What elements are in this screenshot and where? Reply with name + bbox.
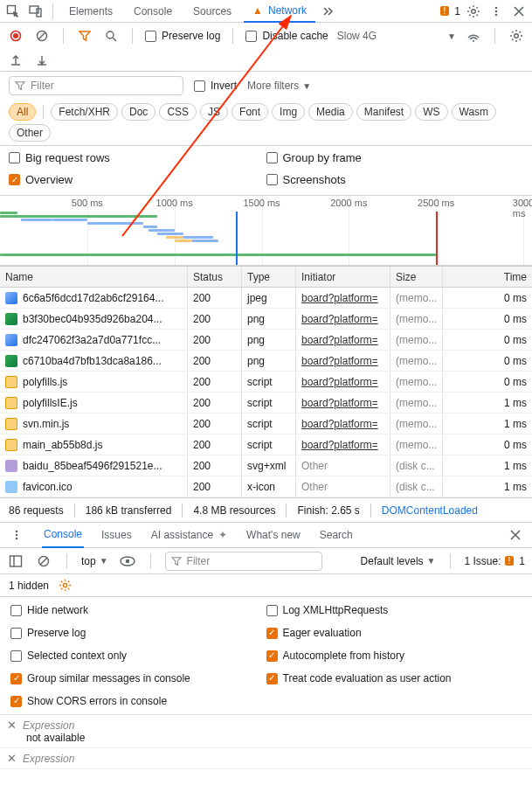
kebab-menu-icon[interactable]: [487, 2, 506, 21]
chip-css[interactable]: CSS: [159, 103, 197, 121]
execution-context-select[interactable]: top ▼: [81, 555, 108, 567]
col-name[interactable]: Name: [0, 267, 188, 287]
opt-treat-user[interactable]: Treat code evaluation as user action: [266, 672, 522, 684]
console-issues-link[interactable]: 1 Issue: ! 1: [465, 555, 526, 567]
group-by-frame-checkbox[interactable]: Group by frame: [266, 151, 524, 164]
opt-group-similar[interactable]: Group similar messages in console: [10, 672, 266, 684]
chip-ws[interactable]: WS: [415, 103, 447, 121]
preserve-log-checkbox[interactable]: Preserve log: [145, 30, 220, 42]
table-row[interactable]: b3f30bec04b935d926ba204...200pngboard?pl…: [0, 309, 532, 330]
tab-elements[interactable]: Elements: [60, 0, 121, 23]
big-request-rows-checkbox[interactable]: Big request rows: [9, 151, 266, 164]
invert-checkbox[interactable]: Invert: [194, 80, 237, 92]
cell-initiator[interactable]: board?platform=: [296, 434, 390, 455]
network-settings-icon[interactable]: [508, 27, 525, 45]
filter-toggle-icon[interactable]: [76, 27, 93, 45]
cell-initiator[interactable]: Other: [296, 455, 390, 476]
live-expression[interactable]: ✕Expressionnot available: [0, 715, 532, 748]
chip-img[interactable]: Img: [272, 103, 305, 121]
settings-icon[interactable]: [464, 2, 483, 21]
console-clear-icon[interactable]: [35, 552, 52, 570]
more-tabs-icon[interactable]: [319, 2, 338, 21]
table-row[interactable]: c6710ba4d7bfb13dca8a186...200pngboard?pl…: [0, 351, 532, 372]
cell-initiator[interactable]: board?platform=: [296, 330, 390, 350]
opt-selected-ctx[interactable]: Selected context only: [10, 650, 266, 662]
more-filters-dropdown[interactable]: More filters ▼: [247, 80, 311, 92]
table-row[interactable]: polyfillsIE.js200scriptboard?platform=(m…: [0, 392, 532, 413]
drawer-tab-console[interactable]: Console: [42, 522, 84, 548]
opt-show-cors[interactable]: Show CORS errors in console: [10, 695, 266, 707]
drawer-tab-search[interactable]: Search: [318, 522, 355, 548]
opt-log-xhr[interactable]: Log XMLHttpRequests: [266, 604, 522, 616]
col-type[interactable]: Type: [242, 267, 296, 287]
drawer-close-icon[interactable]: [506, 525, 525, 545]
drawer-tab-ai[interactable]: AI assistance✦: [149, 522, 229, 548]
cell-initiator[interactable]: board?platform=: [296, 309, 390, 329]
overview-checkbox[interactable]: Overview: [9, 173, 266, 186]
table-row[interactable]: polyfills.js200scriptboard?platform=(mem…: [0, 372, 532, 392]
import-har-icon[interactable]: [33, 52, 51, 69]
cell-initiator[interactable]: Other: [296, 476, 390, 497]
console-filter-input[interactable]: Filter: [165, 552, 322, 571]
table-row[interactable]: main_ab55b8d.js200scriptboard?platform=(…: [0, 434, 532, 455]
cell-initiator[interactable]: board?platform=: [296, 351, 390, 371]
opt-autocomplete[interactable]: Autocomplete from history: [266, 650, 522, 662]
tab-sources[interactable]: Sources: [184, 0, 240, 23]
chip-wasm[interactable]: Wasm: [452, 103, 497, 121]
opt-hide-network[interactable]: Hide network: [10, 604, 266, 616]
cell-initiator[interactable]: board?platform=: [296, 392, 390, 413]
table-row[interactable]: baidu_85beaf5496f291521e...200svg+xmlOth…: [0, 455, 532, 476]
table-header-row[interactable]: Name Status Type Initiator Size Time: [0, 267, 532, 288]
inspect-element-icon[interactable]: [3, 2, 23, 21]
live-expression-icon[interactable]: [119, 552, 136, 570]
console-settings-icon[interactable]: [56, 577, 73, 594]
log-levels-select[interactable]: Default levels ▼: [361, 555, 436, 567]
close-icon[interactable]: ✕: [5, 752, 17, 765]
col-size[interactable]: Size: [390, 267, 443, 287]
table-row[interactable]: 6c6a5f6dcd17d2ab6cf29164...200jpegboard?…: [0, 288, 532, 309]
issues-indicator[interactable]: ! 1: [440, 5, 460, 17]
opt-preserve-log[interactable]: Preserve log: [10, 627, 266, 639]
col-status[interactable]: Status: [188, 267, 242, 287]
cell-name: dfc247062f3a2a7d0a771fcc...: [23, 334, 161, 346]
search-icon[interactable]: [102, 27, 120, 45]
table-row[interactable]: svn.min.js200scriptboard?platform=(memo.…: [0, 413, 532, 434]
table-row[interactable]: favicon.ico200x-iconOther(disk c...1 ms: [0, 476, 532, 497]
console-sidebar-toggle-icon[interactable]: [7, 552, 24, 570]
chip-js[interactable]: JS: [200, 103, 228, 121]
cell-initiator[interactable]: board?platform=: [296, 413, 390, 434]
export-har-icon[interactable]: [7, 52, 24, 69]
overview-timeline[interactable]: 500 ms1000 ms1500 ms2000 ms2500 ms3000 m…: [0, 196, 532, 266]
chip-font[interactable]: Font: [231, 103, 268, 121]
tab-network[interactable]: ▲ Network: [244, 0, 315, 23]
table-row[interactable]: dfc247062f3a2a7d0a771fcc...200pngboard?p…: [0, 330, 532, 351]
chip-all[interactable]: All: [9, 103, 36, 121]
close-icon[interactable]: ✕: [5, 719, 17, 732]
close-devtools-icon[interactable]: [509, 2, 529, 21]
chip-other[interactable]: Other: [9, 124, 51, 142]
drawer-kebab-icon[interactable]: [7, 525, 26, 545]
chip-doc[interactable]: Doc: [121, 103, 155, 121]
drawer-tab-whatsnew[interactable]: What's new: [245, 522, 302, 548]
disable-cache-checkbox[interactable]: Disable cache: [245, 30, 328, 42]
device-toolbar-icon[interactable]: [26, 2, 45, 21]
chip-fetchxhr[interactable]: Fetch/XHR: [51, 103, 118, 121]
caret-down-icon[interactable]: ▼: [447, 31, 456, 41]
filter-input[interactable]: Filter: [9, 76, 183, 95]
network-conditions-icon[interactable]: [465, 27, 482, 45]
col-time[interactable]: Time: [443, 267, 532, 287]
cell-initiator[interactable]: board?platform=: [296, 288, 390, 308]
chip-manifest[interactable]: Manifest: [356, 103, 411, 121]
hidden-messages[interactable]: 1 hidden: [9, 580, 49, 592]
opt-eager-eval[interactable]: Eager evaluation: [266, 627, 522, 639]
clear-icon[interactable]: [33, 27, 51, 45]
chip-media[interactable]: Media: [308, 103, 353, 121]
cell-initiator[interactable]: board?platform=: [296, 372, 390, 392]
tab-console[interactable]: Console: [125, 0, 181, 23]
record-icon[interactable]: [7, 27, 24, 45]
throttling-select[interactable]: Slow 4G: [337, 30, 377, 42]
screenshots-checkbox[interactable]: Screenshots: [266, 173, 524, 186]
live-expression[interactable]: ✕Expression: [0, 748, 532, 769]
drawer-tab-issues[interactable]: Issues: [100, 522, 134, 548]
col-initiator[interactable]: Initiator: [296, 267, 390, 287]
